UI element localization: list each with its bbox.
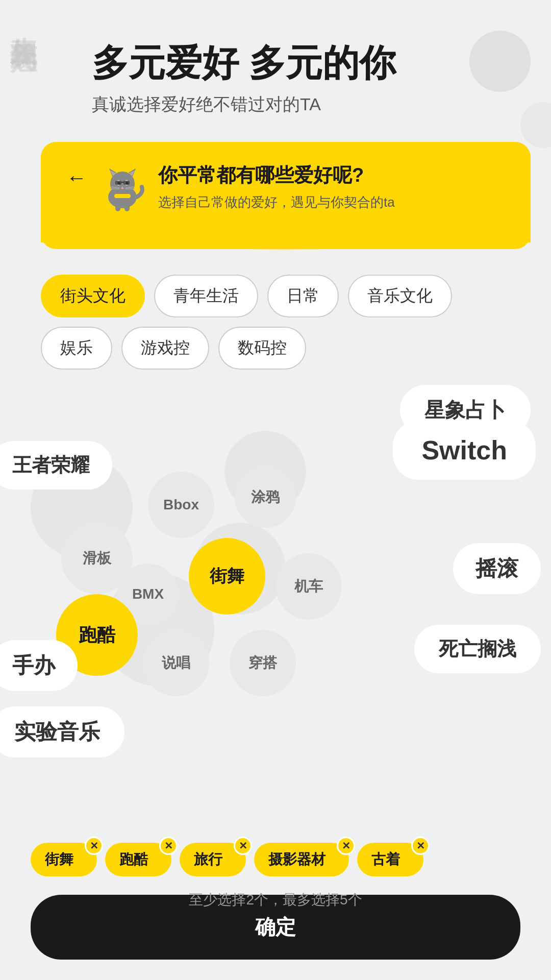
tag-digital[interactable]: 数码控: [218, 327, 306, 370]
svg-point-1: [110, 172, 135, 196]
bubble-outfit[interactable]: 穿搭: [230, 630, 296, 696]
bubble-street-dance[interactable]: 街舞: [189, 538, 265, 615]
card-description: 选择自己常做的爱好，遇见与你契合的ta: [158, 193, 505, 211]
svg-rect-20: [124, 204, 130, 211]
selected-tag-photography[interactable]: 摄影器材 ✕: [254, 843, 349, 876]
selected-tag-street-dance[interactable]: 街舞 ✕: [31, 843, 97, 876]
tags-section: 街头文化 青年生活 日常 音乐文化 娱乐 游戏控 数码控: [41, 275, 520, 370]
tag-street-culture[interactable]: 街头文化: [41, 275, 145, 317]
bubble-experimental-music[interactable]: 实验音乐: [0, 706, 124, 757]
back-button[interactable]: ←: [66, 166, 87, 189]
question-card: ←: [41, 142, 531, 249]
selected-tag-vintage[interactable]: 古着 ✕: [357, 843, 423, 876]
card-question: 你平常都有哪些爱好呢?: [158, 162, 505, 188]
bubble-rock[interactable]: 摇滚: [453, 543, 541, 594]
tag-entertainment[interactable]: 娱乐: [41, 327, 112, 370]
bubble-switch[interactable]: Switch: [393, 421, 536, 480]
svg-rect-11: [123, 181, 130, 185]
hero-section: 多元爱好 多元的你 真诚选择爱好绝不错过对的TA: [0, 0, 551, 132]
card-text: 你平常都有哪些爱好呢? 选择自己常做的爱好，遇见与你契合的ta: [158, 162, 505, 211]
cat-mascot: [97, 162, 148, 213]
svg-rect-18: [114, 194, 131, 198]
remove-vintage[interactable]: ✕: [411, 837, 430, 855]
tag-gaming[interactable]: 游戏控: [121, 327, 209, 370]
remove-parkour[interactable]: ✕: [159, 837, 178, 855]
page-title: 多元爱好 多元的你: [92, 41, 520, 85]
card-header: ←: [66, 162, 505, 213]
bubble-figure[interactable]: 手办: [0, 640, 78, 691]
selected-tag-parkour[interactable]: 跑酷 ✕: [105, 843, 171, 876]
tags-row-2: 娱乐 游戏控 数码控: [41, 327, 520, 370]
bubble-honor-of-kings[interactable]: 王者荣耀: [0, 441, 112, 489]
remove-photography[interactable]: ✕: [337, 837, 355, 855]
tag-daily[interactable]: 日常: [267, 275, 339, 317]
selected-tags-area: 街舞 ✕ 跑酷 ✕ 旅行 ✕ 摄影器材 ✕ 古着 ✕: [31, 839, 520, 880]
selection-hint: 至少选择2个，最多选择5个: [0, 890, 551, 910]
wave-decoration: [41, 225, 531, 250]
bubble-motorcycle[interactable]: 机车: [276, 553, 342, 620]
page-subtitle: 真诚选择爱好绝不错过对的TA: [92, 93, 520, 116]
remove-travel[interactable]: ✕: [234, 837, 252, 855]
svg-rect-10: [115, 181, 121, 185]
bubbles-area: 星象占卜 王者荣耀 Bbox 涂鸦 Switch 滑板 BMX 街舞 机车 摇滚…: [0, 380, 551, 839]
tags-row-1: 街头文化 青年生活 日常 音乐文化: [41, 275, 520, 317]
tag-music-culture[interactable]: 音乐文化: [348, 275, 452, 317]
bubble-death-stranding[interactable]: 死亡搁浅: [414, 625, 541, 673]
bubble-bbox[interactable]: Bbox: [148, 472, 214, 538]
selected-tag-travel[interactable]: 旅行 ✕: [180, 843, 246, 876]
tag-youth-life[interactable]: 青年生活: [154, 275, 258, 317]
remove-street-dance[interactable]: ✕: [85, 837, 103, 855]
svg-rect-19: [115, 204, 120, 211]
bubble-rap[interactable]: 说唱: [143, 630, 209, 696]
main-content: 多元爱好 多元的你 真诚选择爱好绝不错过对的TA ←: [0, 0, 551, 980]
bubble-graffiti[interactable]: 涂鸦: [235, 467, 296, 528]
